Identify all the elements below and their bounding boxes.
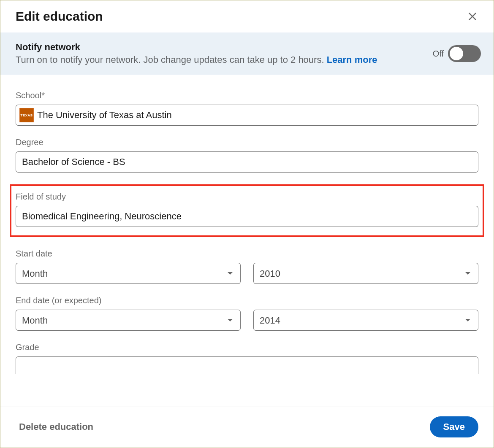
end-year-select[interactable]: 2014 — [253, 310, 478, 331]
field-of-study-field: Field of study — [16, 192, 478, 227]
grade-field: Grade — [16, 343, 478, 374]
field-of-study-label: Field of study — [16, 192, 478, 202]
modal-header: Edit education — [0, 0, 494, 32]
notify-toggle-state-label: Off — [433, 49, 444, 59]
delete-education-link[interactable]: Delete education — [19, 421, 93, 432]
school-label: School* — [16, 91, 478, 100]
school-input[interactable] — [37, 110, 475, 121]
start-year-wrap: 2010 — [253, 263, 478, 284]
end-month-select[interactable]: Month — [16, 310, 241, 331]
grade-label: Grade — [16, 343, 478, 352]
field-of-study-input[interactable] — [16, 206, 478, 227]
start-date-label: Start date — [16, 249, 478, 259]
notify-title: Notify network — [16, 42, 377, 53]
start-month-select[interactable]: Month — [16, 263, 241, 284]
toggle-knob — [450, 47, 463, 60]
field-of-study-highlight: Field of study — [10, 184, 484, 237]
edit-education-modal: Edit education Notify network Turn on to… — [0, 0, 494, 448]
notify-text: Notify network Turn on to notify your ne… — [16, 42, 377, 65]
notify-network-bar: Notify network Turn on to notify your ne… — [0, 32, 494, 75]
end-date-row: Month 2014 — [16, 310, 478, 331]
modal-title: Edit education — [16, 9, 103, 24]
close-button[interactable] — [464, 8, 481, 25]
end-date-field: End date (or expected) Month 2014 — [16, 296, 478, 331]
school-field: School* TEXAS — [16, 91, 478, 126]
modal-footer: Delete education Save — [0, 407, 494, 448]
end-month-wrap: Month — [16, 310, 241, 331]
degree-input[interactable] — [16, 151, 478, 173]
grade-input[interactable] — [16, 356, 478, 374]
start-year-select[interactable]: 2010 — [253, 263, 478, 284]
save-button[interactable]: Save — [430, 416, 478, 437]
form-area: School* TEXAS Degree Field of study Star… — [0, 75, 494, 407]
notify-description: Turn on to notify your network. Job chan… — [16, 54, 377, 65]
start-date-row: Month 2010 — [16, 263, 478, 284]
end-date-label: End date (or expected) — [16, 296, 478, 305]
end-year-wrap: 2014 — [253, 310, 478, 331]
school-logo-icon: TEXAS — [19, 108, 34, 122]
degree-field: Degree — [16, 138, 478, 173]
notify-description-text: Turn on to notify your network. Job chan… — [16, 54, 327, 65]
notify-learn-more-link[interactable]: Learn more — [327, 54, 377, 65]
degree-label: Degree — [16, 138, 478, 147]
close-icon — [467, 11, 478, 22]
start-month-wrap: Month — [16, 263, 241, 284]
start-date-field: Start date Month 2010 — [16, 249, 478, 284]
notify-toggle-group: Off — [433, 45, 481, 62]
school-input-wrap[interactable]: TEXAS — [16, 105, 478, 126]
notify-toggle[interactable] — [448, 45, 481, 62]
